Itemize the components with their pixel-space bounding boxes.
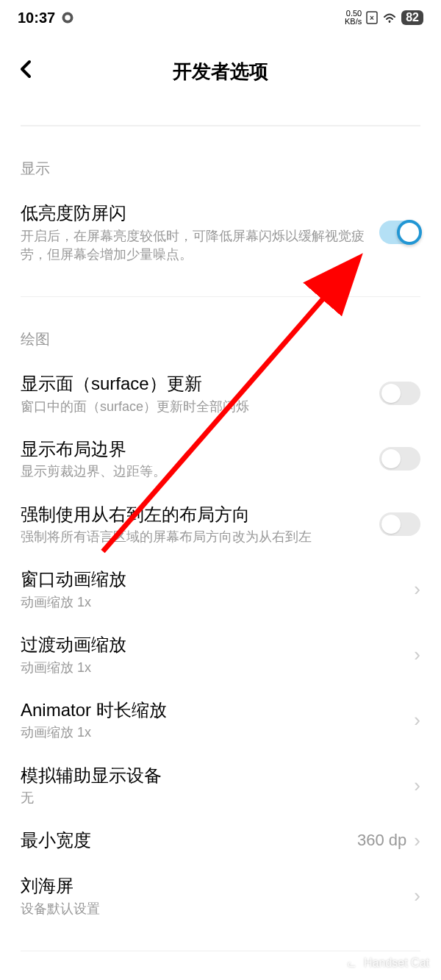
back-button[interactable]: [18, 58, 34, 85]
section-display-label: 显示: [21, 159, 420, 179]
setting-anti-flicker[interactable]: 低亮度防屏闪 开启后，在屏幕亮度较低时，可降低屏幕闪烁以缓解视觉疲劳，但屏幕会增…: [21, 190, 420, 274]
toggle-knob: [381, 384, 401, 403]
setting-title: Animator 时长缩放: [21, 698, 402, 723]
setting-text: 低亮度防屏闪 开启后，在屏幕亮度较低时，可降低屏幕闪烁以缓解视觉疲劳，但屏幕会增…: [21, 201, 368, 264]
setting-desc: 动画缩放 1x: [21, 659, 402, 677]
network-speed: 0.50 KB/s: [345, 10, 362, 26]
toggle-surface-updates[interactable]: [379, 382, 420, 405]
divider: [21, 296, 420, 297]
setting-min-width[interactable]: 最小宽度 360 dp ›: [21, 818, 420, 863]
setting-desc: 开启后，在屏幕亮度较低时，可降低屏幕闪烁以缓解视觉疲劳，但屏幕会增加少量噪点。: [21, 227, 368, 264]
status-left: 10:37: [18, 10, 74, 26]
battery-indicator: 82: [401, 10, 423, 25]
setting-text: Animator 时长缩放 动画缩放 1x: [21, 698, 402, 743]
chevron-right-icon: ›: [414, 774, 420, 797]
chevron-right-icon: ›: [414, 578, 420, 601]
toggle-knob: [381, 449, 401, 468]
toggle-knob: [381, 515, 401, 534]
setting-text: 显示布局边界 显示剪裁边界、边距等。: [21, 437, 368, 482]
setting-title: 窗口动画缩放: [21, 567, 402, 592]
setting-text: 过渡动画缩放 动画缩放 1x: [21, 632, 402, 677]
status-time: 10:37: [18, 10, 55, 26]
setting-desc: 窗口中的面（surface）更新时全部闪烁: [21, 398, 368, 416]
setting-title: 过渡动画缩放: [21, 632, 402, 657]
setting-title: 强制使用从右到左的布局方向: [21, 502, 368, 527]
setting-notch[interactable]: 刘海屏 设备默认设置 ›: [21, 863, 420, 929]
svg-point-4: [389, 21, 391, 23]
setting-title: 最小宽度: [21, 828, 345, 853]
watermark: ᓚ Handset Cat: [343, 955, 429, 971]
toggle-knob: [397, 220, 422, 245]
setting-desc: 设备默认设置: [21, 900, 402, 918]
setting-title: 模拟辅助显示设备: [21, 763, 402, 788]
setting-desc: 动画缩放 1x: [21, 723, 402, 742]
setting-desc: 显示剪裁边界、边距等。: [21, 462, 368, 481]
chevron-right-icon: ›: [414, 643, 420, 666]
setting-title: 低亮度防屏闪: [21, 201, 368, 226]
setting-layout-bounds[interactable]: 显示布局边界 显示剪裁边界、边距等。: [21, 426, 420, 492]
setting-text: 刘海屏 设备默认设置: [21, 873, 402, 918]
setting-title: 显示布局边界: [21, 437, 368, 462]
sim-icon: ×: [366, 11, 378, 24]
page-title: 开发者选项: [18, 59, 423, 85]
status-bar: 10:37 0.50 KB/s × 82: [0, 0, 441, 35]
setting-rtl-layout[interactable]: 强制使用从右到左的布局方向 强制将所有语言区域的屏幕布局方向改为从右到左: [21, 492, 420, 557]
section-drawing-label: 绘图: [21, 329, 420, 349]
setting-text: 强制使用从右到左的布局方向 强制将所有语言区域的屏幕布局方向改为从右到左: [21, 502, 368, 547]
setting-text: 最小宽度: [21, 828, 345, 853]
setting-transition-animation[interactable]: 过渡动画缩放 动画缩放 1x ›: [21, 622, 420, 687]
svg-point-1: [65, 15, 71, 21]
setting-title: 显示面（surface）更新: [21, 371, 368, 396]
toggle-layout-bounds[interactable]: [379, 447, 420, 471]
watermark-text: Handset Cat: [364, 956, 429, 970]
setting-text: 窗口动画缩放 动画缩放 1x: [21, 567, 402, 612]
divider: [21, 951, 420, 951]
chevron-right-icon: ›: [414, 884, 420, 907]
toggle-anti-flicker[interactable]: [379, 221, 420, 244]
setting-desc: 强制将所有语言区域的屏幕布局方向改为从右到左: [21, 528, 368, 546]
setting-window-animation[interactable]: 窗口动画缩放 动画缩放 1x ›: [21, 557, 420, 622]
min-width-value: 360 dp: [357, 831, 406, 850]
toggle-rtl-layout[interactable]: [379, 512, 420, 536]
cat-icon: ᓚ: [343, 955, 359, 971]
setting-desc: 无: [21, 789, 402, 807]
setting-text: 模拟辅助显示设备 无: [21, 763, 402, 808]
divider: [21, 125, 420, 126]
status-right: 0.50 KB/s × 82: [345, 10, 423, 26]
chevron-right-icon: ›: [414, 829, 420, 852]
setting-text: 显示面（surface）更新 窗口中的面（surface）更新时全部闪烁: [21, 371, 368, 416]
setting-surface-updates[interactable]: 显示面（surface）更新 窗口中的面（surface）更新时全部闪烁: [21, 361, 420, 426]
chevron-right-icon: ›: [414, 709, 420, 732]
browser-icon: [61, 11, 74, 24]
page-header: 开发者选项: [0, 35, 441, 109]
setting-desc: 动画缩放 1x: [21, 593, 402, 612]
setting-value-group: 360 dp ›: [357, 829, 420, 852]
setting-simulate-display[interactable]: 模拟辅助显示设备 无 ›: [21, 753, 420, 818]
wifi-icon: [382, 12, 397, 24]
setting-animator-scale[interactable]: Animator 时长缩放 动画缩放 1x ›: [21, 687, 420, 753]
settings-content: 显示 低亮度防屏闪 开启后，在屏幕亮度较低时，可降低屏幕闪烁以缓解视觉疲劳，但屏…: [0, 125, 441, 951]
setting-title: 刘海屏: [21, 873, 402, 898]
svg-text:×: ×: [370, 14, 374, 22]
